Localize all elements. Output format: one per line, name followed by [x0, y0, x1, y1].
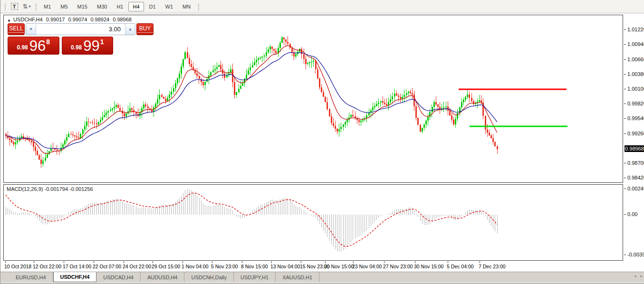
candle	[412, 93, 413, 95]
candle	[445, 106, 447, 107]
candle	[435, 102, 437, 104]
time-tick-label: 24 Oct 22:00	[123, 264, 151, 269]
candle	[250, 67, 251, 70]
chart-tab-usdjpy[interactable]: USDJPY,H1	[234, 272, 276, 282]
candle	[329, 109, 330, 116]
candle	[218, 65, 220, 67]
toolbar-grip[interactable]	[35, 3, 37, 10]
time-tick	[153, 261, 153, 263]
axis-tick	[624, 178, 626, 178]
candle	[273, 49, 275, 51]
chart-tab-usdcad[interactable]: USDCAD,H4	[96, 272, 141, 282]
time-tick	[448, 261, 448, 263]
candle	[68, 134, 69, 137]
sell-button[interactable]: SELL	[8, 23, 25, 35]
time-axis: 10 Oct 201812 Oct 22:0017 Oct 14:0022 Oc…	[3, 261, 623, 271]
candle	[175, 83, 176, 88]
buy-quote-box[interactable]: 0.98 99 1	[62, 37, 114, 55]
collapse-triangle-icon[interactable]: ▲	[7, 18, 11, 22]
chart-tab-audusd[interactable]: AUDUSD,H4	[141, 272, 185, 282]
volume-increase-button[interactable]: ▲	[125, 24, 135, 35]
toolbar-grip[interactable]	[4, 3, 6, 10]
macd-values-label: MACD(12,26,9) -0.001794 -0.001256	[7, 186, 93, 192]
candle	[76, 136, 77, 137]
buy-price-pip: 1	[100, 38, 104, 46]
candle	[199, 76, 200, 79]
timeframe-button-m1[interactable]: M1	[39, 2, 55, 11]
chart-tab-usdcnh[interactable]: USDCNH,Daily	[184, 272, 234, 282]
timeframe-button-d1[interactable]: D1	[145, 2, 160, 11]
candle	[220, 65, 221, 69]
toolbar-grip[interactable]	[197, 3, 200, 10]
candle	[157, 99, 158, 104]
candle	[66, 137, 67, 141]
buy-button[interactable]: BUY	[136, 23, 154, 35]
candle	[487, 130, 488, 133]
timeframe-button-m30[interactable]: M30	[93, 2, 111, 11]
candle	[98, 122, 99, 124]
candle	[92, 123, 93, 123]
timeframe-button-h4[interactable]: H4	[128, 2, 144, 11]
volume-decrease-button[interactable]: ▼	[26, 24, 36, 35]
candle	[115, 105, 117, 106]
timeframe-button-m15[interactable]: M15	[73, 2, 92, 11]
candle	[86, 122, 87, 126]
time-tick	[384, 261, 384, 263]
timeframe-button-m5[interactable]: M5	[56, 2, 72, 11]
price-tick-label: 1.00100	[627, 86, 644, 92]
timeframe-button-mn[interactable]: MN	[178, 2, 195, 11]
candle	[392, 96, 393, 99]
candle	[461, 102, 462, 108]
candle	[45, 158, 46, 161]
macd-indicator-pane[interactable]: MACD(12,26,9) -0.001794 -0.001256	[3, 184, 623, 261]
macd-chart-canvas[interactable]	[4, 185, 623, 260]
buy-price-prefix: 0.98	[71, 44, 82, 51]
chart-tab-usdchf[interactable]: USDCHF,H4	[53, 272, 97, 282]
candle	[479, 100, 480, 102]
candle	[423, 124, 425, 128]
candle	[266, 52, 267, 55]
candle	[408, 92, 409, 94]
candle	[74, 135, 76, 136]
price-tick-label: 1.00380	[627, 71, 644, 77]
candle	[335, 126, 336, 129]
tab-scroll-right-icon[interactable]: ▸	[640, 274, 643, 278]
candle	[78, 137, 79, 138]
candle	[449, 111, 451, 115]
candle	[62, 144, 64, 148]
candle	[281, 38, 283, 43]
candle	[358, 120, 360, 122]
close-value: 0.98968	[113, 17, 132, 22]
axis-tick	[624, 44, 626, 45]
sell-quote-box[interactable]: 0.98 96 8	[8, 37, 59, 55]
axis-tick	[624, 189, 626, 189]
price-chart-pane[interactable]: ▲USDCHF,H4 0.99017 0.99074 0.98924 0.989…	[3, 15, 623, 183]
candle	[275, 51, 277, 53]
sell-price-prefix: 0.98	[17, 44, 28, 51]
candle	[161, 95, 163, 97]
candle	[492, 138, 494, 142]
volume-input[interactable]	[36, 24, 125, 35]
symbol-period-label: USDCHF,H4	[13, 17, 43, 22]
chart-tab-xauusd[interactable]: XAUUSD,H1	[276, 272, 319, 282]
timeframe-button-w1[interactable]: W1	[161, 2, 178, 11]
buy-price-main: 99	[83, 39, 99, 53]
time-tick-label: 1 Nov 04:00	[182, 264, 209, 269]
candle	[131, 108, 133, 110]
candle	[114, 107, 115, 108]
candle	[11, 140, 12, 142]
candle	[388, 102, 389, 105]
candle	[271, 47, 273, 49]
candle	[319, 78, 320, 87]
candle	[311, 62, 312, 63]
axis-tick	[624, 118, 626, 119]
candle	[469, 95, 470, 98]
arrows-tool-button[interactable]: ⇅ ▾	[20, 1, 33, 12]
chart-tab-eurusd[interactable]: EURUSD,H4	[9, 272, 53, 282]
candle	[238, 89, 240, 92]
timeframe-button-h1[interactable]: H1	[112, 2, 127, 11]
macd-tick-label: 0.00	[627, 211, 637, 217]
text-label-tool-button[interactable]: T	[8, 1, 20, 12]
candle	[29, 140, 30, 142]
tab-scroll-left-icon[interactable]: ◂	[634, 274, 636, 278]
